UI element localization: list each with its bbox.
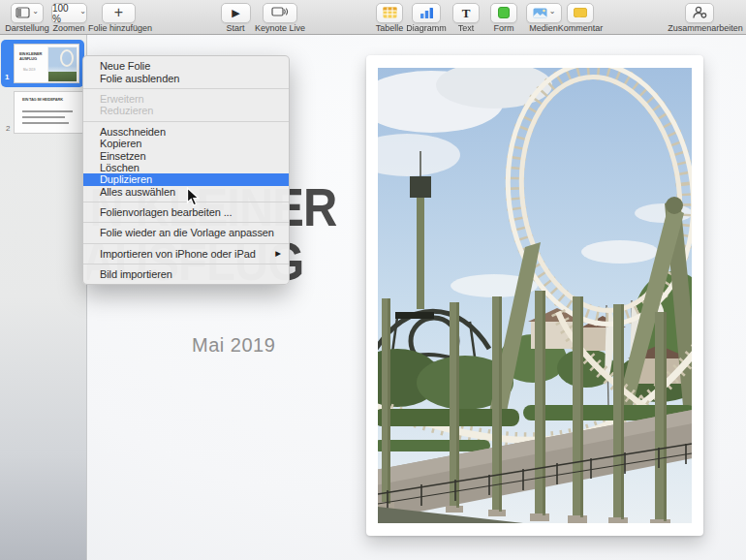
slide-1-thumb-subtitle: Mai 2019: [23, 68, 35, 72]
zoom-button[interactable]: 100 % ⌄: [51, 3, 87, 23]
play-button[interactable]: ▶: [221, 3, 251, 23]
collaborate-person-icon: [692, 5, 707, 22]
context-menu: Neue Folie Folie ausblenden Erweitern Re…: [82, 55, 290, 285]
add-slide-label: Folie hinzufügen: [88, 23, 152, 33]
media-label: Medien: [529, 23, 558, 33]
slide-navigator: EIN KLEINER AUSFLUG Mai 2019 1 EIN TAG I…: [0, 35, 87, 560]
menu-item-loeschen[interactable]: Löschen: [83, 162, 289, 173]
text-label: Text: [458, 23, 475, 33]
menu-separator: [83, 121, 289, 122]
menu-item-duplizieren[interactable]: Duplizieren: [83, 173, 289, 185]
chevron-down-icon: ⌄: [79, 9, 86, 15]
text-T-icon: T: [462, 6, 471, 21]
keynote-window: ⌄ Darstellung 100 % ⌄ Zoomen + Folie hin…: [0, 0, 746, 560]
slide-2-thumb-bullet: [22, 122, 69, 124]
table-button[interactable]: [376, 3, 403, 23]
play-icon: ▶: [232, 7, 239, 19]
submenu-arrow-icon: ▶: [275, 249, 281, 258]
view-options-button[interactable]: ⌄: [11, 3, 44, 23]
menu-item-vorlage-anpassen[interactable]: Folie wieder an die Vorlage anpassen: [83, 227, 289, 238]
table-label: Tabelle: [376, 23, 404, 33]
menu-separator: [83, 243, 289, 244]
slide-1-number: 1: [5, 73, 9, 81]
toolbar: ⌄ Darstellung 100 % ⌄ Zoomen + Folie hin…: [0, 0, 746, 35]
comment-label: Kommentar: [558, 23, 604, 33]
collaborate-button[interactable]: [685, 3, 714, 23]
view-icon: [16, 5, 30, 22]
menu-item-reduzieren: Reduzieren: [83, 105, 289, 116]
slide-2-thumb-title: EIN TAG IM HEIDEPARK: [22, 97, 63, 102]
menu-separator: [83, 88, 289, 89]
menu-item-erweitern: Erweitern: [83, 93, 289, 105]
collaborate-label: Zusammenarbeiten: [668, 23, 743, 33]
menu-item-importieren-iphone-ipad[interactable]: Importieren von iPhone oder iPad ▶: [83, 248, 289, 260]
keynote-live-button[interactable]: [263, 3, 297, 23]
menu-item-folie-ausblenden[interactable]: Folie ausblenden: [83, 72, 289, 83]
slide-2-thumb-bullet: [22, 110, 73, 112]
menu-item-bild-importieren[interactable]: Bild importieren: [83, 268, 289, 280]
shape-square-icon: [498, 5, 510, 22]
menu-separator: [83, 222, 289, 223]
media-photo-icon: [533, 5, 547, 22]
comment-icon: [574, 5, 587, 22]
menu-item-ausschneiden[interactable]: Ausschneiden: [83, 126, 289, 138]
menu-item-kopieren[interactable]: Kopieren: [83, 138, 289, 149]
menu-item-einsetzen[interactable]: Einsetzen: [83, 149, 289, 161]
shape-button[interactable]: [490, 3, 517, 23]
text-button[interactable]: T: [452, 3, 480, 23]
chart-button[interactable]: [412, 3, 441, 23]
keynote-live-label: Keynote Live: [255, 23, 305, 33]
play-label: Start: [226, 23, 244, 33]
menu-item-neue-folie[interactable]: Neue Folie: [83, 60, 289, 72]
slide-1-thumbnail[interactable]: EIN KLEINER AUSFLUG Mai 2019: [14, 44, 79, 83]
view-options-label: Darstellung: [5, 23, 49, 33]
mouse-cursor: [186, 187, 201, 211]
roller-coaster-photo: [378, 68, 692, 523]
zoom-label: Zoomen: [52, 23, 84, 33]
slide-subtitle[interactable]: Mai 2019: [192, 334, 275, 357]
plus-icon: +: [114, 4, 123, 21]
mini-loop-shape: [60, 49, 74, 67]
chart-label: Diagramm: [406, 23, 447, 33]
slide-2-thumb-bullet: [22, 116, 65, 118]
slide-1-thumb-title: EIN KLEINER AUSFLUG: [19, 51, 45, 61]
media-button[interactable]: ⌄: [526, 3, 562, 23]
add-slide-button[interactable]: +: [102, 3, 136, 23]
slide-2-number: 2: [6, 124, 10, 133]
slide-2-thumbnail[interactable]: EIN TAG IM HEIDEPARK: [14, 91, 85, 134]
chevron-down-icon: ⌄: [32, 9, 39, 15]
comment-button[interactable]: [567, 3, 594, 23]
slide-1-thumb-photo: [47, 47, 78, 82]
zoom-value: 100 %: [52, 3, 78, 24]
keynote-live-display-icon: [271, 5, 289, 22]
slide-photo[interactable]: [366, 55, 703, 536]
chart-bars-icon: [420, 5, 434, 22]
table-icon: [383, 5, 397, 22]
menu-separator: [83, 264, 289, 264]
menu-item-label: Importieren von iPhone oder iPad: [100, 248, 256, 260]
chevron-down-icon: ⌄: [549, 9, 556, 15]
shape-label: Form: [494, 23, 514, 33]
